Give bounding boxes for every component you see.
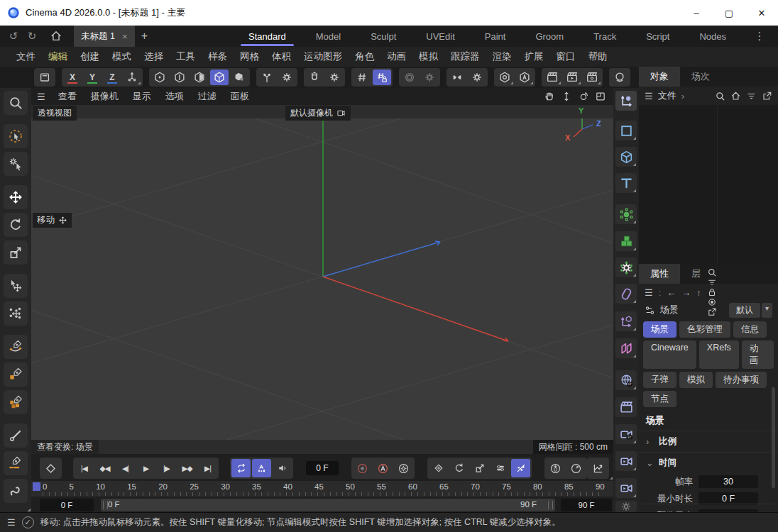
fps-input[interactable]: 30 bbox=[698, 475, 758, 488]
attr-target-icon[interactable] bbox=[707, 297, 717, 307]
range-end-field[interactable]: 90 F bbox=[561, 499, 612, 511]
playhead-marker[interactable] bbox=[33, 482, 40, 491]
attr-up-icon[interactable]: ↑ bbox=[696, 287, 701, 298]
key-pla-icon[interactable] bbox=[511, 459, 530, 477]
range-grip-right[interactable] bbox=[548, 501, 553, 509]
attr-lock-icon[interactable] bbox=[707, 287, 717, 297]
model-mode-icon[interactable] bbox=[210, 70, 229, 85]
lock-x-axis-button[interactable]: X bbox=[63, 70, 82, 85]
group-time[interactable]: ⌄ 时间 bbox=[639, 452, 778, 473]
viewport-menu-查看[interactable]: 查看 bbox=[51, 90, 84, 103]
menu-窗口[interactable]: 窗口 bbox=[550, 50, 582, 63]
pan-hand-icon[interactable] bbox=[544, 91, 555, 102]
sky-stage-globe-icon[interactable]: ST bbox=[615, 370, 637, 390]
camera-swap-icon[interactable] bbox=[336, 109, 346, 118]
preset-caret-icon[interactable]: ▾ bbox=[762, 303, 772, 318]
om-home-icon[interactable] bbox=[730, 91, 741, 101]
collapsed-chevron-icon[interactable]: › bbox=[646, 437, 653, 447]
workspace-tab-script[interactable]: Script bbox=[631, 26, 684, 47]
viewport-menu-摄像机[interactable]: 摄像机 bbox=[84, 90, 126, 103]
playback-rate-icon[interactable] bbox=[566, 459, 586, 477]
workspace-tab-model[interactable]: Model bbox=[301, 26, 356, 47]
workplane-settings-gear-icon[interactable] bbox=[278, 70, 296, 85]
render-settings-icon[interactable] bbox=[583, 70, 601, 85]
menu-体积[interactable]: 体积 bbox=[265, 50, 297, 63]
menu-帮助[interactable]: 帮助 bbox=[582, 50, 614, 63]
axis-center-icon[interactable] bbox=[400, 70, 419, 85]
edges-mode-icon[interactable] bbox=[170, 70, 189, 85]
camera-label[interactable]: 默认摄像机 bbox=[285, 106, 351, 121]
viewport-hamburger-icon[interactable]: ☰ bbox=[37, 92, 45, 102]
transform-tool-icon[interactable] bbox=[4, 274, 28, 298]
range-start-field[interactable]: 0 F bbox=[40, 499, 94, 511]
menu-角色[interactable]: 角色 bbox=[349, 50, 380, 63]
animate-mouse-icon[interactable] bbox=[546, 459, 565, 477]
snap-magnet-icon[interactable] bbox=[305, 70, 324, 85]
menu-动画[interactable]: 动画 bbox=[380, 50, 412, 63]
points-mode-icon[interactable] bbox=[150, 70, 169, 85]
section-bullet[interactable]: 子弹 bbox=[643, 372, 676, 388]
symmetry-settings-gear-icon[interactable] bbox=[468, 70, 486, 85]
menu-跟踪器[interactable]: 跟踪器 bbox=[444, 50, 486, 63]
transport--[interactable]: |◀ bbox=[75, 459, 94, 477]
viewport-canvas[interactable]: 透视视图 默认摄像机 Y Z X 移动 查看变换: 场景 网格间距 : 500 … bbox=[31, 105, 613, 454]
transport--[interactable]: |▶ bbox=[157, 459, 176, 477]
view-name-label[interactable]: 透视视图 bbox=[33, 106, 77, 121]
preset-default-button[interactable]: 默认 bbox=[729, 303, 760, 318]
symmetry-icon[interactable] bbox=[448, 70, 466, 85]
scale-tool-icon[interactable] bbox=[4, 240, 28, 265]
om-chevron-icon[interactable]: › bbox=[681, 91, 684, 101]
section-xrefs[interactable]: XRefs bbox=[699, 340, 739, 369]
menu-扩展[interactable]: 扩展 bbox=[518, 50, 550, 63]
tweak-tool-icon[interactable] bbox=[4, 152, 28, 176]
undo-icon[interactable]: ↺ bbox=[4, 26, 23, 47]
range-slider[interactable]: 0 F 90 F bbox=[101, 499, 555, 511]
menu-模式[interactable]: 模式 bbox=[106, 50, 138, 63]
document-tab[interactable]: 未标题 1 × bbox=[74, 26, 135, 47]
cube-primitive-icon[interactable] bbox=[615, 147, 637, 167]
workspace-tab-groom[interactable]: Groom bbox=[520, 26, 579, 47]
om-file-menu[interactable]: 文件 bbox=[658, 89, 676, 102]
lock-y-axis-button[interactable]: Y bbox=[83, 70, 102, 85]
spline-sketch-icon[interactable] bbox=[4, 479, 28, 503]
attr-external-icon[interactable] bbox=[707, 307, 717, 317]
workspace-tab-track[interactable]: Track bbox=[579, 26, 631, 47]
section-animation[interactable]: 动画 bbox=[742, 340, 774, 369]
maximize-button[interactable]: ▢ bbox=[713, 0, 745, 26]
mograph-cloner-icon[interactable] bbox=[615, 204, 637, 224]
workspace-tab-sculpt[interactable]: Sculpt bbox=[356, 26, 411, 47]
viewport-menu-选项[interactable]: 选项 bbox=[158, 90, 191, 103]
polygons-mode-icon[interactable] bbox=[190, 70, 209, 85]
new-tab-button[interactable]: + bbox=[135, 26, 155, 47]
current-frame-field[interactable]: 0 F bbox=[306, 461, 339, 475]
polygon-pen-icon[interactable] bbox=[4, 390, 28, 414]
volume-builder-icon[interactable] bbox=[615, 231, 637, 251]
orbit-rotate-icon[interactable] bbox=[578, 91, 589, 102]
workspace-tab-standard[interactable]: Standard bbox=[234, 26, 301, 47]
key-scale-icon[interactable] bbox=[470, 459, 489, 477]
transport--[interactable]: ◆◀ bbox=[95, 459, 114, 477]
camera-morph-icon[interactable] bbox=[615, 478, 637, 498]
null-axis-icon[interactable] bbox=[615, 311, 637, 331]
menu-选择[interactable]: 选择 bbox=[138, 50, 170, 63]
om-hamburger-icon[interactable]: ☰ bbox=[645, 91, 653, 101]
render-view-icon[interactable] bbox=[495, 70, 514, 85]
dolly-zoom-icon[interactable] bbox=[561, 91, 572, 102]
home-icon[interactable] bbox=[47, 26, 65, 47]
menu-运动图形[interactable]: 运动图形 bbox=[297, 50, 349, 63]
transport--[interactable]: ▶ bbox=[136, 459, 155, 477]
line-cut-icon[interactable] bbox=[4, 423, 28, 448]
menu-渲染[interactable]: 渲染 bbox=[486, 50, 518, 63]
light-sun-icon[interactable] bbox=[615, 501, 637, 512]
redo-icon[interactable]: ↻ bbox=[23, 26, 41, 47]
section-simulation[interactable]: 模拟 bbox=[679, 372, 713, 388]
menu-编辑[interactable]: 编辑 bbox=[42, 50, 74, 63]
text-object-icon[interactable] bbox=[615, 173, 637, 193]
sound-icon[interactable] bbox=[273, 459, 292, 477]
loop-playback-icon[interactable] bbox=[231, 459, 251, 477]
sketch-pen-icon[interactable] bbox=[4, 362, 28, 387]
attr-filter-icon[interactable] bbox=[707, 277, 717, 287]
section-color-management[interactable]: 色彩管理 bbox=[679, 321, 730, 338]
viewport-menu-过滤[interactable]: 过滤 bbox=[191, 90, 224, 103]
quantize-lock-icon[interactable] bbox=[373, 70, 391, 85]
